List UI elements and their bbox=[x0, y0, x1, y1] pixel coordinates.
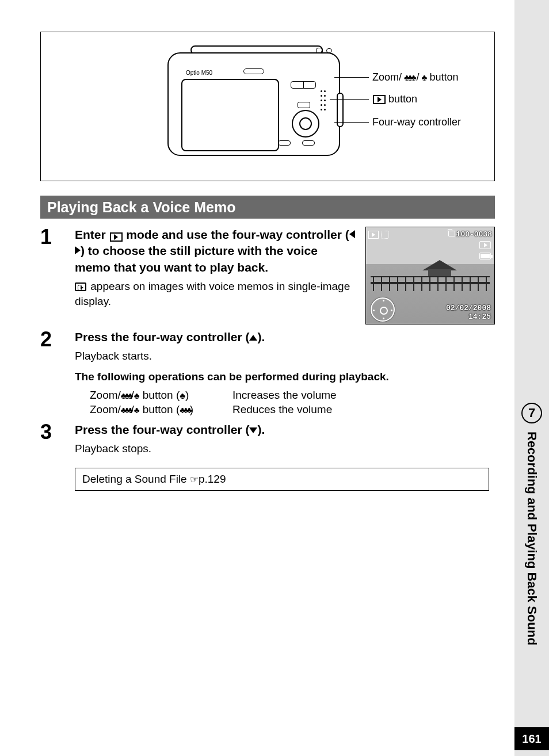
ss-battery-icon bbox=[479, 253, 491, 259]
operation-value: Increases the volume bbox=[232, 388, 337, 403]
triangle-left-icon bbox=[349, 230, 355, 238]
diagram-label-controller: Four-way controller bbox=[372, 116, 461, 128]
tree-icon: ♣ bbox=[134, 404, 140, 416]
trees-icon: ♣♣♣ bbox=[121, 390, 131, 402]
content-area: Optio M50 bbox=[40, 32, 495, 491]
diagram-label-play: button bbox=[372, 93, 417, 105]
step-3-description: Playback stops. bbox=[75, 441, 495, 456]
triangle-right-icon bbox=[75, 246, 81, 254]
play-icon bbox=[110, 232, 123, 242]
tree-icon: ♣ bbox=[134, 390, 140, 402]
step-1: 1 Enter mode and use the four-way contro… bbox=[40, 227, 495, 324]
step-1-description: appears on images with voice memos in si… bbox=[75, 279, 355, 308]
trees-icon: ♣♣♣ bbox=[180, 404, 190, 416]
step-3: 3 Press the four-way controller (). Play… bbox=[40, 422, 495, 456]
step-number: 3 bbox=[40, 422, 75, 456]
manual-page: 7 Recording and Playing Back Sound 161 O… bbox=[0, 0, 549, 756]
trees-icon: ♣♣♣ bbox=[404, 72, 414, 82]
operations-title: The following operations can be performe… bbox=[75, 369, 495, 384]
ss-face-detect-icon bbox=[381, 231, 389, 239]
camera-diagram: Optio M50 bbox=[40, 32, 495, 181]
camera-model-label: Optio M50 bbox=[186, 70, 212, 76]
camera-lcd-screenshot: 100-0038 bbox=[365, 227, 495, 324]
cross-reference-box: Deleting a Sound File ☞p.129 bbox=[75, 468, 489, 491]
four-way-controller-illustration bbox=[292, 110, 319, 138]
trees-icon: ♣♣♣ bbox=[121, 404, 131, 416]
chapter-number-badge: 7 bbox=[521, 403, 542, 423]
play-button-illustration bbox=[298, 102, 310, 108]
operation-row: Zoom/♣♣♣/♣ button (♣♣♣) Reduces the volu… bbox=[90, 402, 495, 417]
step-2-instruction: Press the four-way controller (). bbox=[75, 329, 495, 345]
step-1-instruction: Enter mode and use the four-way controll… bbox=[75, 227, 355, 276]
ss-date: 02/02/2008 bbox=[446, 304, 491, 313]
triangle-down-icon bbox=[249, 427, 257, 433]
operation-row: Zoom/♣♣♣/♣ button (♣) Increases the volu… bbox=[90, 388, 495, 403]
voice-memo-icon bbox=[75, 282, 86, 291]
section-heading: Playing Back a Voice Memo bbox=[40, 196, 495, 219]
zoom-button-illustration bbox=[291, 81, 316, 89]
step-number: 1 bbox=[40, 227, 75, 324]
page-number: 161 bbox=[514, 727, 549, 750]
reference-icon: ☞ bbox=[190, 474, 199, 486]
diagram-label-zoom: Zoom/♣♣♣/♣ button bbox=[372, 71, 458, 83]
camera-illustration: Optio M50 bbox=[167, 47, 340, 162]
ss-folder-icon bbox=[448, 231, 455, 236]
tree-icon: ♣ bbox=[422, 72, 428, 82]
operation-value: Reduces the volume bbox=[232, 402, 332, 417]
tree-icon: ♣ bbox=[180, 390, 185, 402]
ss-voice-memo-icon bbox=[479, 241, 491, 249]
chapter-title-vertical: Recording and Playing Back Sound bbox=[521, 432, 542, 673]
step-2-description: Playback starts. bbox=[75, 349, 495, 364]
ss-file-number: 100-0038 bbox=[456, 230, 492, 239]
ss-controller-icon bbox=[371, 297, 395, 322]
triangle-up-icon bbox=[249, 335, 257, 341]
play-icon bbox=[373, 95, 386, 104]
ss-time: 14:25 bbox=[446, 313, 491, 322]
ss-play-mode-icon bbox=[368, 231, 379, 239]
step-2: 2 Press the four-way controller (). Play… bbox=[40, 329, 495, 417]
right-margin-strip: 7 Recording and Playing Back Sound 161 bbox=[514, 0, 549, 756]
step-number: 2 bbox=[40, 329, 75, 417]
step-3-instruction: Press the four-way controller (). bbox=[75, 422, 495, 438]
